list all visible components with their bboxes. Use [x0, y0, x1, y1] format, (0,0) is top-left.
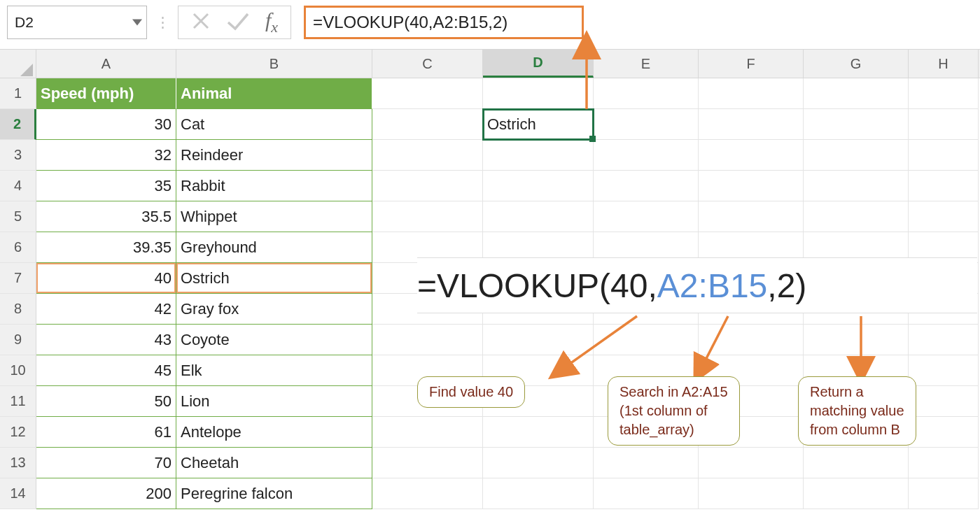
cell-E3[interactable]	[594, 140, 699, 171]
cell-G13[interactable]	[804, 448, 909, 478]
cell-H10[interactable]	[909, 355, 979, 386]
cell-H2[interactable]	[909, 109, 979, 140]
cell-D12[interactable]	[483, 417, 594, 448]
cell-C8[interactable]	[372, 294, 483, 325]
cell-D9[interactable]	[483, 325, 594, 355]
cell-F9[interactable]	[699, 325, 804, 355]
cell-B10[interactable]: Elk	[176, 355, 372, 386]
cell-F3[interactable]	[699, 140, 804, 171]
cell-C7[interactable]	[372, 263, 483, 294]
formula-input[interactable]: =VLOOKUP(40,A2:B15,2)	[304, 6, 584, 39]
col-header-G[interactable]: G	[804, 50, 909, 78]
row-header-2[interactable]: 2	[0, 109, 36, 140]
cell-A2[interactable]: 30	[36, 109, 176, 140]
col-header-D[interactable]: D	[483, 50, 594, 78]
cell-C13[interactable]	[372, 448, 483, 478]
cell-B7[interactable]: Ostrich	[176, 263, 372, 294]
cell-E6[interactable]	[594, 232, 699, 263]
cell-G9[interactable]	[804, 325, 909, 355]
col-header-H[interactable]: H	[909, 50, 979, 78]
cell-G7[interactable]	[804, 263, 909, 294]
col-header-A[interactable]: A	[36, 50, 176, 78]
cell-H9[interactable]	[909, 325, 979, 355]
row-header-13[interactable]: 13	[0, 448, 36, 478]
cell-E5[interactable]	[594, 201, 699, 232]
row-header-5[interactable]: 5	[0, 201, 36, 232]
cell-H3[interactable]	[909, 140, 979, 171]
cell-G6[interactable]	[804, 232, 909, 263]
cell-B12[interactable]: Antelope	[176, 417, 372, 448]
row-header-12[interactable]: 12	[0, 417, 36, 448]
cell-D7[interactable]	[483, 263, 594, 294]
fx-icon[interactable]: fx	[265, 8, 278, 36]
cell-E9[interactable]	[594, 325, 699, 355]
row-header-1[interactable]: 1	[0, 78, 36, 109]
cell-C5[interactable]	[372, 201, 483, 232]
cell-C4[interactable]	[372, 171, 483, 201]
cell-H1[interactable]	[909, 78, 979, 109]
cell-F13[interactable]	[699, 448, 804, 478]
cell-B9[interactable]: Coyote	[176, 325, 372, 355]
cell-D14[interactable]	[483, 478, 594, 509]
cell-F14[interactable]	[699, 478, 804, 509]
cell-D3[interactable]	[483, 140, 594, 171]
row-header-11[interactable]: 11	[0, 386, 36, 417]
cell-H13[interactable]	[909, 448, 979, 478]
row-header-8[interactable]: 8	[0, 294, 36, 325]
row-header-3[interactable]: 3	[0, 140, 36, 171]
name-box[interactable]: D2	[7, 6, 147, 39]
cell-E7[interactable]	[594, 263, 699, 294]
cell-A10[interactable]: 45	[36, 355, 176, 386]
row-header-9[interactable]: 9	[0, 325, 36, 355]
select-all-corner[interactable]	[0, 50, 36, 78]
cell-A6[interactable]: 39.35	[36, 232, 176, 263]
cell-C14[interactable]	[372, 478, 483, 509]
col-header-C[interactable]: C	[372, 50, 483, 78]
cancel-icon[interactable]	[191, 11, 211, 34]
cell-H5[interactable]	[909, 201, 979, 232]
cell-B2[interactable]: Cat	[176, 109, 372, 140]
col-header-B[interactable]: B	[176, 50, 372, 78]
enter-icon[interactable]	[226, 11, 250, 34]
cell-F1[interactable]	[699, 78, 804, 109]
cell-B6[interactable]: Greyhound	[176, 232, 372, 263]
cell-G1[interactable]	[804, 78, 909, 109]
cell-F8[interactable]	[699, 294, 804, 325]
cell-A7[interactable]: 40	[36, 263, 176, 294]
cell-E1[interactable]	[594, 78, 699, 109]
row-header-4[interactable]: 4	[0, 171, 36, 201]
chevron-down-icon[interactable]	[132, 20, 142, 26]
cell-D1[interactable]	[483, 78, 594, 109]
cell-B8[interactable]: Gray fox	[176, 294, 372, 325]
cell-A4[interactable]: 35	[36, 171, 176, 201]
cell-D4[interactable]	[483, 171, 594, 201]
cell-H6[interactable]	[909, 232, 979, 263]
cell-C6[interactable]	[372, 232, 483, 263]
cell-D13[interactable]	[483, 448, 594, 478]
cell-G3[interactable]	[804, 140, 909, 171]
cell-H4[interactable]	[909, 171, 979, 201]
cell-A12[interactable]: 61	[36, 417, 176, 448]
cell-C3[interactable]	[372, 140, 483, 171]
cell-A14[interactable]: 200	[36, 478, 176, 509]
cell-A1[interactable]: Speed (mph)	[36, 78, 176, 109]
cell-C12[interactable]	[372, 417, 483, 448]
cell-E13[interactable]	[594, 448, 699, 478]
row-header-10[interactable]: 10	[0, 355, 36, 386]
cell-B1[interactable]: Animal	[176, 78, 372, 109]
cell-F7[interactable]	[699, 263, 804, 294]
cell-D8[interactable]	[483, 294, 594, 325]
row-header-6[interactable]: 6	[0, 232, 36, 263]
cell-F2[interactable]	[699, 109, 804, 140]
cell-G14[interactable]	[804, 478, 909, 509]
col-header-E[interactable]: E	[594, 50, 699, 78]
cell-A9[interactable]: 43	[36, 325, 176, 355]
cell-B5[interactable]: Whippet	[176, 201, 372, 232]
cell-H12[interactable]	[909, 417, 979, 448]
cell-E4[interactable]	[594, 171, 699, 201]
cell-H8[interactable]	[909, 294, 979, 325]
cell-A8[interactable]: 42	[36, 294, 176, 325]
cell-G2[interactable]	[804, 109, 909, 140]
cell-F6[interactable]	[699, 232, 804, 263]
cell-D5[interactable]	[483, 201, 594, 232]
